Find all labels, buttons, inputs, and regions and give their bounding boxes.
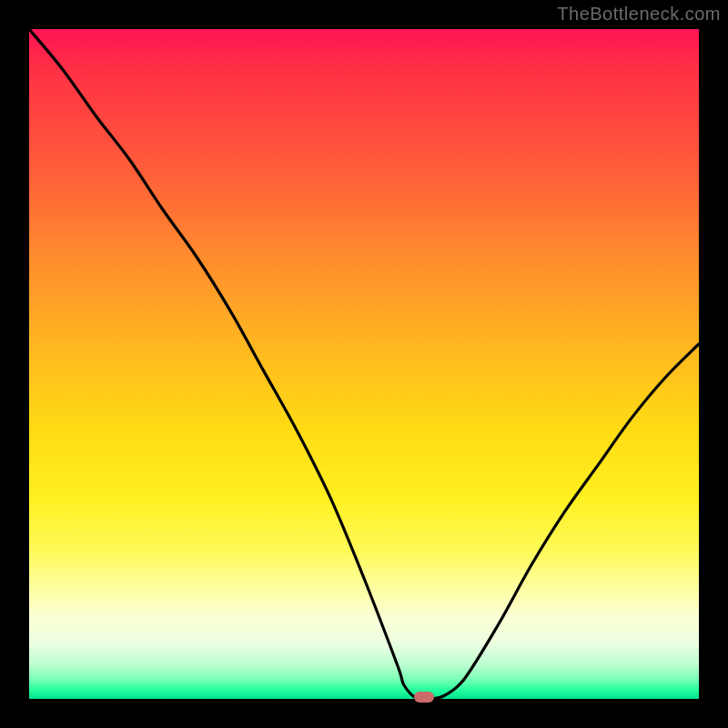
chart-frame: TheBottleneck.com [0, 0, 728, 728]
curve-path [29, 29, 699, 699]
plot-area [29, 29, 699, 699]
attribution-text: TheBottleneck.com [557, 4, 721, 25]
bottleneck-curve [29, 29, 699, 699]
optimum-marker [414, 692, 434, 703]
